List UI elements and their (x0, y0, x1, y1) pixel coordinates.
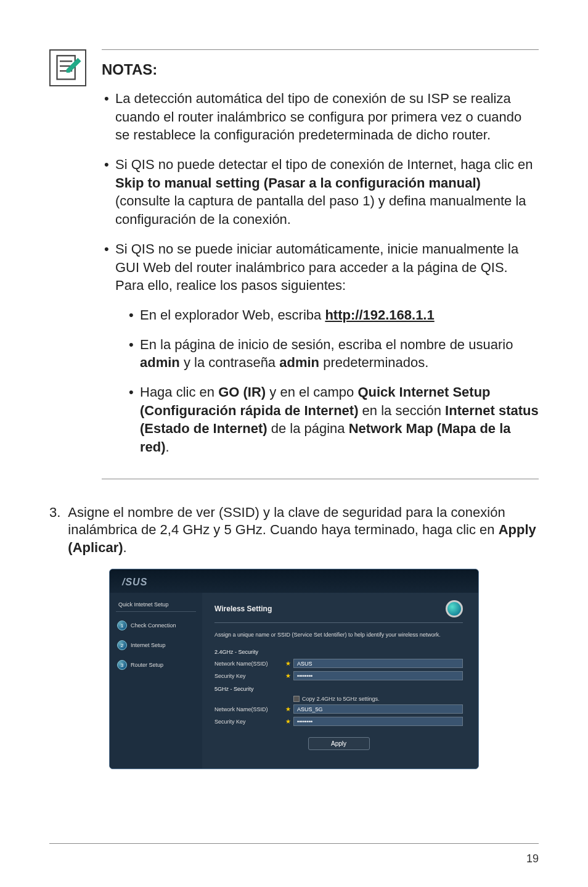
note-box: NOTAS: La detección automática del tipo … (49, 49, 539, 479)
label-ssid-5: Network Name(SSID) (214, 706, 285, 712)
router-screenshot: /SUS Quick Intetnet Setup 1 Check Connec… (109, 569, 479, 769)
label-key-5: Security Key (214, 719, 285, 725)
panel-heading: Wireless Setting (214, 604, 272, 613)
main-panel: Wireless Setting Assign a unique name or… (202, 593, 478, 769)
asus-logo: /SUS (110, 569, 478, 593)
label-ssid-24: Network Name(SSID) (214, 661, 285, 667)
note-item: La detección automática del tipo de cone… (102, 89, 539, 144)
note-item: Si QIS no puede detectar el tipo de cone… (102, 155, 539, 229)
input-key-5[interactable]: •••••••• (293, 717, 463, 726)
note-content: NOTAS: La detección automática del tipo … (102, 49, 539, 479)
page-divider (49, 843, 539, 844)
label-key-24: Security Key (214, 673, 285, 679)
input-key-24[interactable]: •••••••• (293, 671, 463, 680)
notepad-pencil-icon (54, 54, 82, 82)
apply-button[interactable]: Apply (308, 737, 370, 750)
url-link: http://192.168.1.1 (325, 307, 434, 323)
step-text: Asigne el nombre de ver (SSID) y la clav… (68, 504, 539, 557)
sub-note-item: En la página de inicio de sesión, escrib… (126, 336, 539, 372)
sidebar-step-internet[interactable]: 2 Internet Setup (116, 637, 196, 656)
panel-description: Assign a unique name or SSID (Service Se… (214, 632, 463, 638)
copy-settings-label: Copy 2.4GHz to 5GHz settings. (302, 696, 380, 702)
sidebar-step-check[interactable]: 1 Check Connection (116, 617, 196, 637)
sub-note-item: En el explorador Web, escriba http://192… (126, 306, 539, 324)
sub-note-item: Haga clic en GO (IR) y en el campo Quick… (126, 383, 539, 456)
note-icon (49, 49, 86, 86)
copy-settings-checkbox[interactable] (293, 696, 300, 702)
page-number: 19 (526, 852, 539, 865)
step-circle-icon: 3 (117, 660, 127, 670)
required-star-icon: ★ (285, 718, 291, 725)
section-24ghz: 2.4GHz - Security (214, 646, 463, 655)
section-5ghz: 5GHz - Security (214, 683, 463, 692)
note-item: Si QIS no se puede iniciar automáticamen… (102, 240, 539, 456)
step-circle-icon: 1 (117, 621, 127, 630)
sidebar-step-router[interactable]: 3 Router Setup (116, 656, 196, 676)
step-3: 3. Asigne el nombre de ver (SSID) y la c… (49, 504, 539, 557)
sidebar-title: Quick Intetnet Setup (116, 598, 196, 612)
sidebar: Quick Intetnet Setup 1 Check Connection … (110, 593, 202, 769)
step-circle-icon: 2 (117, 640, 127, 650)
globe-icon (446, 600, 463, 617)
step-number: 3. (49, 504, 60, 557)
notes-title: NOTAS (102, 61, 152, 78)
required-star-icon: ★ (285, 660, 291, 667)
required-star-icon: ★ (285, 706, 291, 712)
input-ssid-5[interactable]: ASUS_5G (293, 704, 463, 714)
input-ssid-24[interactable]: ASUS (293, 659, 463, 668)
required-star-icon: ★ (285, 672, 291, 679)
